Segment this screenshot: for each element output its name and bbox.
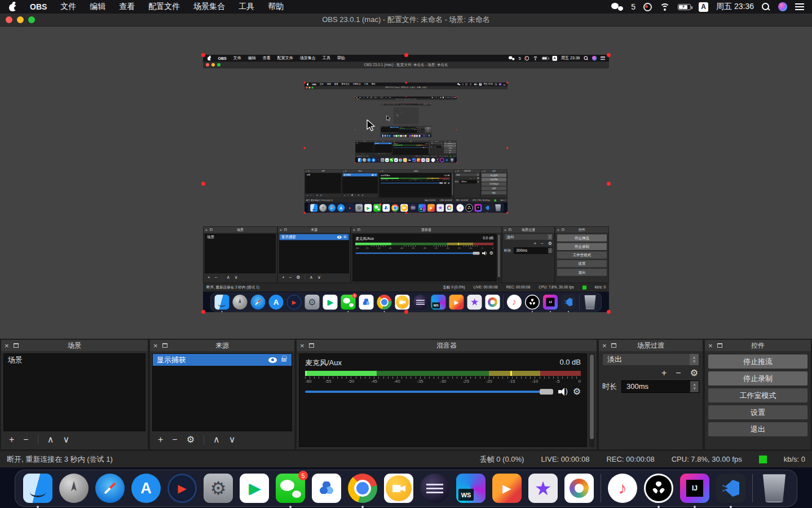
dock-media-app[interactable]: [492, 474, 522, 503]
scenes-list[interactable]: 场景: [306, 173, 341, 193]
settings-button[interactable]: 设置: [557, 260, 607, 268]
wechat-status-icon[interactable]: [457, 83, 460, 85]
dock-tencent-video[interactable]: [240, 474, 269, 503]
resize-handle[interactable]: [355, 162, 356, 163]
menu-tools[interactable]: 工具: [385, 97, 387, 98]
float-panel-icon[interactable]: [717, 343, 722, 348]
dock-finder[interactable]: [358, 158, 362, 162]
spinbox-arrows-icon[interactable]: ∧∨: [690, 381, 699, 392]
spotlight-search-icon[interactable]: [495, 83, 497, 85]
resize-handle[interactable]: [406, 137, 407, 137]
display-capture-source[interactable]: OBS 文件 编辑 查看 配置文件 场景集合 工具 帮助 5 ⚡ A 周五 23…: [203, 55, 609, 312]
scenes-list[interactable]: 场景: [3, 353, 145, 431]
combo-arrows-icon[interactable]: ∧∨: [548, 234, 553, 240]
remove-transition-button[interactable]: −: [676, 369, 681, 378]
dock-webstorm[interactable]: [431, 295, 446, 309]
menu-file[interactable]: 文件: [363, 97, 365, 98]
float-panel-icon[interactable]: [445, 141, 445, 142]
float-panel-icon[interactable]: [562, 229, 564, 231]
wechat-status-icon[interactable]: [611, 3, 623, 11]
stop-streaming-button[interactable]: 停止推流: [708, 354, 807, 369]
siri-icon[interactable]: [453, 97, 454, 98]
close-panel-icon[interactable]: ×: [280, 228, 282, 232]
dock-app-store[interactable]: [337, 204, 345, 212]
source-list-item-display-capture[interactable]: 显示捕获: [153, 354, 292, 366]
dock-vscode[interactable]: [425, 135, 427, 137]
dock-wechat[interactable]: 5: [390, 158, 394, 162]
volume-slider-handle[interactable]: [439, 182, 443, 184]
siri-icon[interactable]: [429, 104, 430, 104]
speaker-mute-icon[interactable]: ): [558, 388, 568, 396]
wifi-icon[interactable]: [533, 56, 538, 60]
add-scene-button[interactable]: +: [307, 194, 308, 196]
control-center-icon[interactable]: [795, 3, 804, 10]
scenes-list[interactable]: 场景: [205, 234, 276, 273]
menu-tools[interactable]: 工具: [395, 104, 396, 104]
resize-handle[interactable]: [431, 103, 432, 104]
close-panel-icon[interactable]: ×: [205, 228, 208, 232]
dock-eclipse[interactable]: [413, 295, 428, 309]
resize-handle[interactable]: [404, 310, 408, 314]
menu-profile[interactable]: 配置文件: [148, 2, 180, 12]
menu-help[interactable]: 帮助: [372, 83, 376, 86]
menu-scene-collection[interactable]: 场景集合: [392, 104, 395, 104]
control-center-icon[interactable]: [504, 84, 506, 85]
scene-up-button[interactable]: ∧: [227, 275, 230, 280]
remove-source-button[interactable]: −: [289, 275, 292, 280]
add-transition-button[interactable]: +: [470, 177, 471, 179]
menu-edit[interactable]: 编辑: [386, 104, 387, 104]
dock-video-player[interactable]: [287, 295, 302, 309]
source-down-button[interactable]: ∨: [229, 435, 236, 444]
remove-scene-button[interactable]: −: [358, 153, 359, 154]
close-panel-icon[interactable]: ×: [379, 170, 381, 172]
dock-trash[interactable]: [583, 295, 598, 309]
studio-mode-button[interactable]: 工作室模式: [557, 252, 607, 259]
close-panel-icon[interactable]: ×: [557, 228, 559, 232]
close-panel-icon[interactable]: ×: [504, 228, 506, 232]
visibility-eye-icon[interactable]: [268, 357, 277, 363]
dock-navicat[interactable]: [445, 204, 453, 212]
minimize-window-button[interactable]: [358, 99, 359, 100]
dock-intellij-idea[interactable]: [680, 474, 709, 503]
menu-edit[interactable]: 编辑: [327, 83, 331, 86]
volume-slider-handle[interactable]: [473, 252, 479, 255]
transition-properties-gear-icon[interactable]: ⚙: [477, 177, 479, 179]
battery-charging-icon[interactable]: ⚡: [440, 97, 442, 98]
dock-finder[interactable]: [23, 474, 52, 503]
menu-obs[interactable]: OBS: [382, 104, 383, 104]
dock-navicat[interactable]: [416, 135, 418, 137]
menu-profile[interactable]: 配置文件: [374, 97, 378, 98]
stop-recording-button[interactable]: 停止录制: [708, 371, 807, 386]
siri-icon[interactable]: [499, 83, 501, 85]
scene-up-button[interactable]: ∧: [316, 194, 318, 196]
spotlight-search-icon[interactable]: [451, 97, 452, 98]
dock-media-app[interactable]: [427, 204, 435, 212]
dock-system-preferences[interactable]: [204, 474, 233, 503]
dock-launchpad[interactable]: [385, 135, 386, 137]
volume-slider-handle[interactable]: [423, 147, 425, 148]
float-panel-icon[interactable]: [345, 170, 346, 172]
input-source-icon[interactable]: A: [443, 97, 444, 98]
dock-chrome[interactable]: [377, 295, 392, 309]
obs-status-icon[interactable]: [643, 3, 652, 11]
menu-profile[interactable]: 配置文件: [390, 104, 392, 104]
combo-arrows-icon[interactable]: ∧∨: [690, 354, 699, 365]
mixer-gear-icon[interactable]: ⚙: [489, 251, 493, 256]
dock-screen-recorder[interactable]: [403, 158, 407, 162]
exit-button[interactable]: 退出: [425, 132, 431, 133]
combo-arrows-icon[interactable]: ∧∨: [442, 143, 443, 144]
transition-select[interactable]: 淡出 ∧∨: [602, 353, 699, 366]
speaker-mute-icon[interactable]: ): [482, 251, 487, 255]
settings-button[interactable]: 设置: [444, 149, 456, 151]
dock-trash[interactable]: [495, 204, 502, 212]
dock-wechat[interactable]: 5: [276, 474, 305, 503]
control-center-icon[interactable]: [454, 97, 456, 98]
obs-status-icon[interactable]: [436, 97, 437, 98]
dock-obs[interactable]: [421, 135, 422, 137]
source-list-item-display-capture[interactable]: 显示捕获: [390, 127, 399, 128]
close-panel-icon[interactable]: ×: [444, 141, 444, 142]
float-panel-icon[interactable]: [284, 229, 287, 231]
dock-eclipse[interactable]: [407, 135, 409, 137]
sources-list[interactable]: 显示捕获: [374, 142, 392, 152]
menu-help[interactable]: 帮助: [389, 97, 391, 98]
